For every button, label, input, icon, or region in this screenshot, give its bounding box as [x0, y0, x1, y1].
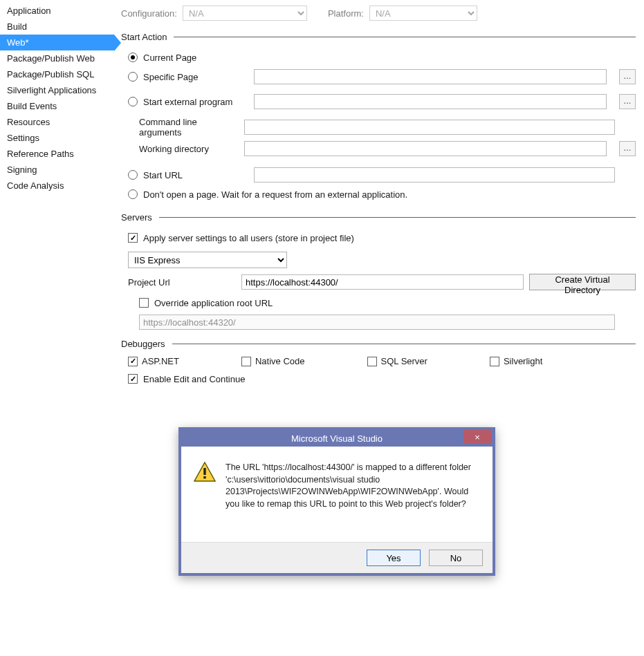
nav-code-analysis[interactable]: Code Analysis: [0, 178, 114, 194]
silverlight-checkbox[interactable]: [490, 357, 499, 366]
native-checkbox[interactable]: [241, 357, 251, 366]
dialog-message: The URL 'https://localhost:44300/' is ma…: [226, 462, 480, 510]
checkbox-label: Native Code: [255, 356, 305, 366]
sqlserver-checkbox[interactable]: [367, 357, 377, 366]
nav-label: Package/Publish Web: [7, 53, 95, 64]
nav-label: Settings: [7, 133, 39, 143]
config-platform-row: Configuration: N/A Platform: N/A: [121, 6, 636, 21]
specific-page-browse[interactable]: ...: [619, 69, 636, 84]
nav-label: Application: [7, 6, 51, 16]
aspnet-checkbox[interactable]: [128, 357, 138, 366]
nav-label: Build Events: [7, 101, 57, 111]
web-properties-panel: Configuration: N/A Platform: N/A Start A…: [121, 0, 636, 390]
cmdargs-input[interactable]: [244, 120, 615, 135]
radio-label: Don't open a page. Wait for a request fr…: [143, 189, 407, 200]
project-url-input[interactable]: [241, 274, 524, 290]
server-type-select[interactable]: IIS Express: [128, 252, 287, 268]
debuggers-grid: ASP.NET Native Code SQL Server Silverlig…: [128, 356, 636, 366]
aspnet-checkbox-row[interactable]: ASP.NET: [128, 356, 179, 366]
nav-signing[interactable]: Signing: [0, 162, 114, 178]
workdir-row: Working directory ...: [139, 140, 636, 157]
radio-label: Specific Page: [143, 72, 248, 82]
specific-page-input[interactable]: [254, 69, 607, 84]
section-title: Servers: [121, 212, 152, 223]
create-virtual-directory-button[interactable]: Create Virtual Directory: [529, 274, 636, 290]
checkbox-label: SQL Server: [381, 356, 427, 366]
apply-all-row[interactable]: Apply server settings to all users (stor…: [128, 229, 636, 246]
native-checkbox-row[interactable]: Native Code: [241, 356, 305, 366]
override-root-checkbox[interactable]: [139, 298, 149, 308]
nav-settings[interactable]: Settings: [0, 130, 114, 146]
workdir-browse[interactable]: ...: [619, 141, 636, 156]
workdir-label: Working directory: [139, 144, 239, 154]
cmdargs-row: Command line arguments: [139, 117, 636, 138]
section-debuggers: Debuggers: [121, 339, 636, 349]
nav-label: Resources: [7, 117, 50, 127]
apply-all-label: Apply server settings to all users (stor…: [143, 233, 354, 243]
nav-label: Code Analysis: [7, 180, 64, 191]
radio-current-page[interactable]: [128, 53, 138, 62]
override-root-row[interactable]: Override application root URL: [139, 294, 636, 311]
nav-label: Build: [7, 21, 27, 32]
close-icon: ×: [475, 432, 480, 442]
override-root-label: Override application root URL: [154, 298, 273, 308]
radio-row-specific-page[interactable]: Specific Page ...: [128, 68, 636, 85]
edit-continue-checkbox[interactable]: [128, 374, 138, 384]
radio-row-current-page[interactable]: Current Page: [128, 49, 636, 66]
nav-build[interactable]: Build: [0, 19, 114, 35]
dialog-yes-button[interactable]: Yes: [367, 550, 421, 566]
radio-row-start-url[interactable]: Start URL: [128, 167, 636, 183]
configuration-select[interactable]: N/A: [183, 6, 307, 21]
project-url-row: Project Url Create Virtual Directory: [128, 274, 636, 290]
section-start-action: Start Action: [121, 32, 636, 42]
checkbox-label: ASP.NET: [142, 356, 179, 366]
cmdargs-label: Command line arguments: [139, 117, 239, 138]
override-root-url-input[interactable]: [139, 315, 615, 330]
nav-package-publish-sql[interactable]: Package/Publish SQL: [0, 66, 114, 82]
start-url-input[interactable]: [254, 167, 615, 182]
section-servers: Servers: [121, 212, 636, 223]
edit-continue-row[interactable]: Enable Edit and Continue: [128, 371, 636, 387]
dialog-no-button[interactable]: No: [429, 550, 483, 566]
nav-resources[interactable]: Resources: [0, 114, 114, 130]
dialog-body: The URL 'https://localhost:44300/' is ma…: [181, 447, 493, 573]
radio-start-external[interactable]: [128, 97, 138, 106]
dialog-close-button[interactable]: ×: [463, 430, 491, 444]
radio-label: Start external program: [143, 97, 248, 107]
svg-rect-1: [203, 468, 205, 475]
nav-application[interactable]: Application: [0, 3, 114, 19]
nav-web[interactable]: Web*: [0, 35, 114, 50]
radio-specific-page[interactable]: [128, 72, 138, 82]
nav-reference-paths[interactable]: Reference Paths: [0, 146, 114, 162]
warning-icon: [194, 462, 216, 482]
checkbox-label: Silverlight: [504, 356, 542, 366]
radio-dont-open[interactable]: [128, 189, 138, 199]
nav-package-publish-web[interactable]: Package/Publish Web: [0, 50, 114, 66]
sqlserver-checkbox-row[interactable]: SQL Server: [367, 356, 427, 366]
radio-row-dont-open[interactable]: Don't open a page. Wait for a request fr…: [128, 186, 636, 203]
section-title: Start Action: [121, 32, 167, 42]
nav-label: Signing: [7, 165, 37, 175]
start-external-input[interactable]: [254, 94, 607, 109]
dialog-title: Microsoft Visual Studio: [291, 433, 383, 444]
section-title: Debuggers: [121, 339, 165, 349]
override-root-url-row: [139, 314, 636, 330]
remap-url-dialog: Microsoft Visual Studio × The URL 'https…: [178, 427, 495, 576]
workdir-input[interactable]: [244, 141, 607, 156]
nav-label: Web*: [7, 37, 29, 48]
nav-build-events[interactable]: Build Events: [0, 98, 114, 114]
configuration-label: Configuration:: [121, 8, 177, 19]
silverlight-checkbox-row[interactable]: Silverlight: [490, 356, 542, 366]
apply-all-checkbox[interactable]: [128, 233, 138, 243]
nav-label: Reference Paths: [7, 149, 74, 159]
radio-label: Start URL: [143, 170, 248, 180]
radio-row-start-external[interactable]: Start external program ...: [128, 93, 636, 110]
nav-label: Package/Publish SQL: [7, 69, 94, 79]
start-external-browse[interactable]: ...: [619, 94, 636, 109]
platform-select[interactable]: N/A: [369, 6, 477, 21]
nav-silverlight-apps[interactable]: Silverlight Applications: [0, 82, 114, 98]
radio-start-url[interactable]: [128, 170, 138, 180]
dialog-titlebar[interactable]: Microsoft Visual Studio ×: [181, 430, 493, 447]
project-url-label: Project Url: [128, 277, 236, 288]
radio-label: Current Page: [143, 53, 196, 63]
